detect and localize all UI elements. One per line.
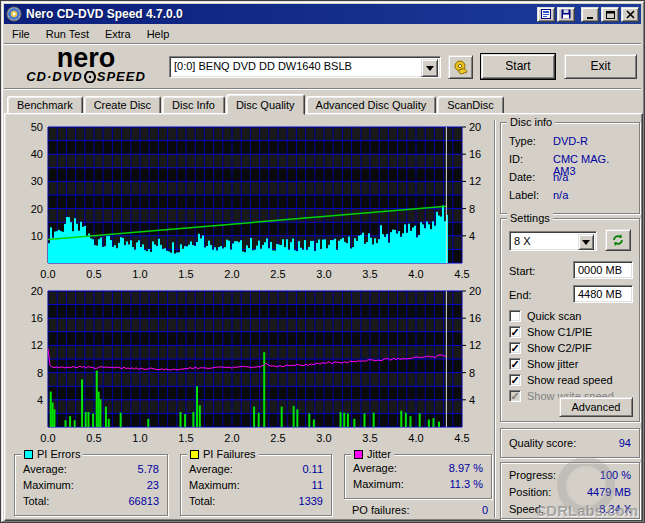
settings-group: Settings 8 X Start: End: Quick scan ✓Sho… [500,218,640,422]
svg-text:0.0: 0.0 [40,268,55,280]
svg-text:20: 20 [469,121,481,133]
jitter-title: Jitter [367,448,391,460]
disc-label-value: n/a [553,189,568,201]
quality-score-value: 94 [619,437,631,449]
pi-failures-swatch [190,450,199,459]
disc-label-label: Label: [509,189,539,201]
svg-text:2.0: 2.0 [224,268,239,280]
close-icon [626,10,635,19]
exit-button[interactable]: Exit [564,54,637,79]
minimize-button[interactable] [581,7,599,22]
tab-create-disc[interactable]: Create Disc [84,96,161,114]
svg-text:3.5: 3.5 [362,432,377,444]
tab-disc-quality[interactable]: Disc Quality [226,94,305,115]
svg-text:3.5: 3.5 [362,268,377,280]
svg-text:0.5: 0.5 [86,268,101,280]
disc-type-label: Type: [509,135,536,147]
menu-run-test[interactable]: Run Test [38,26,97,42]
tab-advanced-disc-quality[interactable]: Advanced Disc Quality [306,96,437,114]
disc-id-label: ID: [509,153,523,165]
svg-text:0.5: 0.5 [86,432,101,444]
svg-text:10: 10 [31,230,43,242]
svg-text:3.0: 3.0 [316,432,331,444]
menu-file[interactable]: File [4,26,38,42]
checkbox-show-read-speed[interactable]: ✓Show read speed [509,373,635,387]
pif-average: 0.11 [302,463,323,475]
drive-select-dropdown-button[interactable] [421,59,438,77]
quality-score-panel: Quality score: 94 [500,428,640,458]
app-window: Nero CD-DVD Speed 4.7.0.0 [0,0,645,523]
svg-text:1.5: 1.5 [178,268,193,280]
floppy-disk-icon [561,9,571,19]
save-button[interactable] [557,7,575,22]
disc-icon [84,71,96,83]
svg-text:2.0: 2.0 [224,432,239,444]
pi-errors-title: PI Errors [37,448,80,460]
window-title: Nero CD-DVD Speed 4.7.0.0 [26,7,535,21]
tab-disc-info[interactable]: Disc Info [162,96,225,114]
svg-text:3.0: 3.0 [316,268,331,280]
svg-text:12: 12 [31,339,43,351]
checkbox-quick-scan[interactable]: Quick scan [509,309,635,323]
svg-text:4: 4 [469,394,475,406]
nero-logo: nero CD·DVD SPEED [10,46,162,83]
speed-select[interactable]: 8 X [509,231,597,251]
cdrlabs-watermark: CDRLabs.com [535,502,638,519]
start-field[interactable] [573,261,633,279]
jitter-average: 8.97 % [449,462,483,474]
speed-select-dropdown-button[interactable] [578,234,594,250]
svg-text:50: 50 [31,121,43,133]
end-field[interactable] [573,285,633,303]
refresh-button[interactable] [605,229,631,251]
disc-date-value: n/a [553,171,568,183]
eject-tray-button[interactable] [448,55,473,79]
svg-text:1.5: 1.5 [178,432,193,444]
svg-text:16: 16 [469,312,481,324]
report-icon [541,9,551,19]
svg-text:30: 30 [31,175,43,187]
svg-text:0.0: 0.0 [40,432,55,444]
pif-total: 1339 [299,495,323,507]
tab-scandisc[interactable]: ScanDisc [437,96,503,114]
po-failures-value: 0 [482,504,488,516]
end-field-label: End: [509,289,532,301]
jitter-stats: Jitter Average:8.97 % Maximum:11.3 % [344,454,492,499]
close-button[interactable] [621,7,639,22]
chevron-down-icon [426,66,434,71]
checkbox-icon: ✓ [509,374,521,386]
jitter-swatch [354,450,363,459]
svg-text:4: 4 [469,230,475,242]
refresh-icon [611,233,625,247]
checkbox-icon: ✓ [509,342,521,354]
start-field-label: Start: [509,265,535,277]
report-button[interactable] [537,7,555,22]
checkbox-show-jitter[interactable]: ✓Show jitter [509,357,635,371]
svg-text:1.0: 1.0 [132,268,147,280]
disc-quality-page: 1020304050481216200.00.51.01.52.02.53.03… [4,113,643,521]
pi-failures-stats: PI Failures Average:0.11 Maximum:11 Tota… [180,454,332,516]
maximize-button[interactable] [601,7,619,22]
svg-text:16: 16 [469,148,481,160]
tab-strip: Benchmark Create Disc Disc Info Disc Qua… [7,93,641,114]
settings-title: Settings [507,212,553,224]
checkbox-show-c1-pie[interactable]: ✓Show C1/PIE [509,325,635,339]
svg-text:4.5: 4.5 [454,268,469,280]
svg-text:1.0: 1.0 [132,432,147,444]
pi-errors-swatch [24,450,33,459]
advanced-button[interactable]: Advanced [559,397,633,417]
svg-text:20: 20 [469,285,481,297]
pi-failures-title: PI Failures [203,448,256,460]
title-bar: Nero CD-DVD Speed 4.7.0.0 [4,4,641,24]
drive-select[interactable]: [0:0] BENQ DVD DD DW1640 BSLB [169,56,441,78]
maximize-icon [606,10,615,19]
toolbar: nero CD·DVD SPEED [0:0] BENQ DVD DD DW16… [4,45,641,89]
vertical-separator [494,120,496,518]
menu-bar: File Run Test Extra Help [4,25,641,44]
menu-extra[interactable]: Extra [97,26,139,42]
svg-text:16: 16 [31,312,43,324]
tab-benchmark[interactable]: Benchmark [7,96,83,114]
start-button[interactable]: Start [481,54,555,79]
svg-text:20: 20 [31,203,43,215]
menu-help[interactable]: Help [139,26,178,42]
checkbox-show-c2-pif[interactable]: ✓Show C2/PIF [509,341,635,355]
